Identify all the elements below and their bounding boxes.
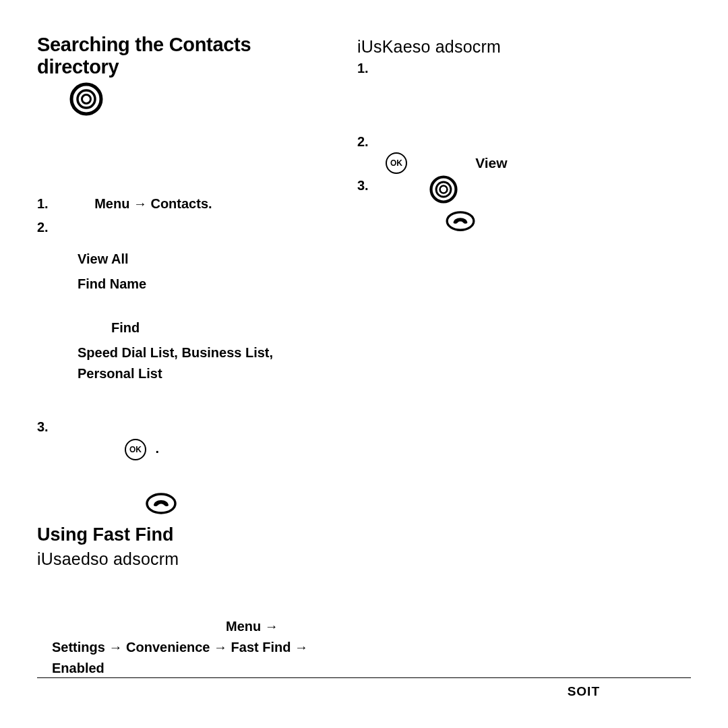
ok-icon: OK xyxy=(386,152,407,174)
option-view-all: View All xyxy=(78,249,327,270)
svg-point-1 xyxy=(78,90,95,108)
step-number: 1. xyxy=(37,193,57,214)
heading-using-fast-find: Using Fast Find xyxy=(37,524,327,545)
option-personal-list: Personal List xyxy=(78,363,327,384)
nav-ring-icon xyxy=(69,82,103,119)
view-label: View xyxy=(475,155,507,171)
svg-point-0 xyxy=(71,84,101,114)
subtext-fast-find: iUsaedso adsocrm xyxy=(37,549,327,569)
path-enabled: Enabled xyxy=(52,658,327,679)
svg-point-6 xyxy=(440,186,448,193)
option-find: Find xyxy=(111,317,327,338)
step-number: 2. xyxy=(37,217,57,238)
period: . xyxy=(156,441,160,456)
heading-searching-contacts: Searching the Contacts directory xyxy=(37,34,327,78)
step-number: 3. xyxy=(357,175,377,196)
path-settings: Settings → Convenience → Fast Find → xyxy=(52,637,327,658)
call-icon xyxy=(445,210,476,236)
footer-label: SOIT xyxy=(568,684,600,699)
svg-point-5 xyxy=(436,182,451,197)
call-icon xyxy=(145,491,177,519)
menu-contacts-label: Menu → Contacts. xyxy=(94,196,212,211)
svg-point-2 xyxy=(82,95,91,104)
option-lists: Speed Dial List, Business List, xyxy=(78,342,327,363)
subtext-right: iUsKaeso adsocrm xyxy=(357,37,654,57)
path-menu: Menu → xyxy=(226,616,327,637)
step-number: 3. xyxy=(37,417,57,437)
option-find-name: Find Name xyxy=(78,274,327,295)
step-number: 1. xyxy=(357,58,654,79)
footer-divider xyxy=(37,677,691,678)
svg-point-4 xyxy=(431,177,456,202)
step-number: 2. xyxy=(357,131,654,152)
nav-ring-icon xyxy=(429,175,458,210)
ok-icon: OK xyxy=(125,439,146,460)
